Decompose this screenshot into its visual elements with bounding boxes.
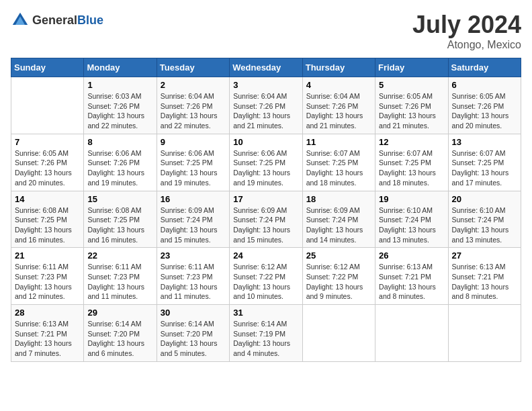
calendar-location: Atongo, Mexico [412,39,521,51]
day-number: 18 [306,194,371,204]
day-number: 20 [452,194,517,204]
day-number: 29 [87,308,152,318]
day-number: 24 [233,250,298,261]
day-info: Sunrise: 6:09 AM Sunset: 7:24 PM Dayligh… [233,205,298,245]
day-info: Sunrise: 6:03 AM Sunset: 7:26 PM Dayligh… [87,91,152,131]
calendar-cell: 10Sunrise: 6:06 AM Sunset: 7:25 PM Dayli… [230,134,302,191]
day-info: Sunrise: 6:05 AM Sunset: 7:26 PM Dayligh… [379,91,444,131]
calendar-title: July 2024 [412,11,521,39]
calendar-cell: 2Sunrise: 6:04 AM Sunset: 7:26 PM Daylig… [157,77,229,134]
calendar-cell [302,305,375,362]
calendar-cell: 21Sunrise: 6:11 AM Sunset: 7:23 PM Dayli… [11,248,84,305]
day-info: Sunrise: 6:06 AM Sunset: 7:25 PM Dayligh… [161,148,226,188]
day-number: 19 [379,194,444,204]
day-info: Sunrise: 6:08 AM Sunset: 7:25 PM Dayligh… [87,205,152,245]
day-info: Sunrise: 6:06 AM Sunset: 7:26 PM Dayligh… [87,148,152,188]
logo-wordmark: GeneralBlue [32,13,103,28]
day-number: 10 [233,137,298,147]
calendar-cell: 24Sunrise: 6:12 AM Sunset: 7:22 PM Dayli… [230,248,302,305]
day-info: Sunrise: 6:07 AM Sunset: 7:25 PM Dayligh… [452,148,517,188]
day-info: Sunrise: 6:14 AM Sunset: 7:20 PM Dayligh… [87,319,152,359]
weekday-header-monday: Monday [84,58,157,77]
day-info: Sunrise: 6:13 AM Sunset: 7:21 PM Dayligh… [15,319,80,359]
day-number: 26 [379,250,444,261]
day-info: Sunrise: 6:11 AM Sunset: 7:23 PM Dayligh… [87,262,152,302]
calendar-week-1: 1Sunrise: 6:03 AM Sunset: 7:26 PM Daylig… [11,77,521,134]
day-number: 1 [87,80,152,90]
day-info: Sunrise: 6:05 AM Sunset: 7:26 PM Dayligh… [15,148,80,188]
calendar-cell: 31Sunrise: 6:14 AM Sunset: 7:19 PM Dayli… [230,305,302,362]
calendar-week-4: 21Sunrise: 6:11 AM Sunset: 7:23 PM Dayli… [11,248,521,305]
day-number: 23 [161,250,226,261]
calendar-body: 1Sunrise: 6:03 AM Sunset: 7:26 PM Daylig… [11,77,521,362]
calendar-header: SundayMondayTuesdayWednesdayThursdayFrid… [11,58,521,77]
calendar-cell: 17Sunrise: 6:09 AM Sunset: 7:24 PM Dayli… [230,191,302,248]
weekday-header-sunday: Sunday [11,58,84,77]
day-number: 15 [87,194,152,204]
calendar-cell: 14Sunrise: 6:08 AM Sunset: 7:25 PM Dayli… [11,191,84,248]
day-number: 9 [161,137,226,147]
day-info: Sunrise: 6:09 AM Sunset: 7:24 PM Dayligh… [306,205,371,245]
day-info: Sunrise: 6:05 AM Sunset: 7:26 PM Dayligh… [452,91,517,131]
calendar-cell: 15Sunrise: 6:08 AM Sunset: 7:25 PM Dayli… [84,191,157,248]
weekday-header-wednesday: Wednesday [230,58,302,77]
calendar-cell: 18Sunrise: 6:09 AM Sunset: 7:24 PM Dayli… [302,191,375,248]
day-info: Sunrise: 6:06 AM Sunset: 7:25 PM Dayligh… [233,148,298,188]
logo-text-blue: Blue [77,13,103,27]
day-info: Sunrise: 6:07 AM Sunset: 7:25 PM Dayligh… [379,148,444,188]
title-block: July 2024 Atongo, Mexico [412,11,521,51]
day-info: Sunrise: 6:11 AM Sunset: 7:23 PM Dayligh… [161,262,226,302]
calendar-cell: 3Sunrise: 6:04 AM Sunset: 7:26 PM Daylig… [230,77,302,134]
day-info: Sunrise: 6:14 AM Sunset: 7:19 PM Dayligh… [233,319,298,359]
day-number: 12 [379,137,444,147]
logo-icon [11,11,30,30]
calendar-cell: 13Sunrise: 6:07 AM Sunset: 7:25 PM Dayli… [448,134,521,191]
day-number: 31 [233,308,298,318]
day-number: 6 [452,80,517,90]
calendar-cell: 22Sunrise: 6:11 AM Sunset: 7:23 PM Dayli… [84,248,157,305]
day-info: Sunrise: 6:08 AM Sunset: 7:25 PM Dayligh… [15,205,80,245]
day-number: 14 [15,194,80,204]
weekday-header-tuesday: Tuesday [157,58,229,77]
day-info: Sunrise: 6:14 AM Sunset: 7:20 PM Dayligh… [161,319,226,359]
day-number: 3 [233,80,298,90]
calendar-cell [375,305,448,362]
calendar-cell: 5Sunrise: 6:05 AM Sunset: 7:26 PM Daylig… [375,77,448,134]
calendar-cell: 4Sunrise: 6:04 AM Sunset: 7:26 PM Daylig… [302,77,375,134]
day-info: Sunrise: 6:10 AM Sunset: 7:24 PM Dayligh… [452,205,517,245]
day-number: 5 [379,80,444,90]
day-info: Sunrise: 6:10 AM Sunset: 7:24 PM Dayligh… [379,205,444,245]
day-info: Sunrise: 6:04 AM Sunset: 7:26 PM Dayligh… [306,91,371,131]
day-number: 30 [161,308,226,318]
day-info: Sunrise: 6:04 AM Sunset: 7:26 PM Dayligh… [161,91,226,131]
calendar-cell: 19Sunrise: 6:10 AM Sunset: 7:24 PM Dayli… [375,191,448,248]
calendar-cell [448,305,521,362]
calendar-cell: 1Sunrise: 6:03 AM Sunset: 7:26 PM Daylig… [84,77,157,134]
calendar-cell: 28Sunrise: 6:13 AM Sunset: 7:21 PM Dayli… [11,305,84,362]
calendar-cell: 29Sunrise: 6:14 AM Sunset: 7:20 PM Dayli… [84,305,157,362]
day-info: Sunrise: 6:12 AM Sunset: 7:22 PM Dayligh… [306,262,371,302]
day-number: 16 [161,194,226,204]
day-info: Sunrise: 6:13 AM Sunset: 7:21 PM Dayligh… [452,262,517,302]
logo-text-general: General [32,13,77,27]
day-number: 17 [233,194,298,204]
calendar-cell: 12Sunrise: 6:07 AM Sunset: 7:25 PM Dayli… [375,134,448,191]
day-number: 21 [15,250,80,261]
day-info: Sunrise: 6:12 AM Sunset: 7:22 PM Dayligh… [233,262,298,302]
weekday-header-saturday: Saturday [448,58,521,77]
weekday-header-thursday: Thursday [302,58,375,77]
day-info: Sunrise: 6:13 AM Sunset: 7:21 PM Dayligh… [379,262,444,302]
calendar-cell: 30Sunrise: 6:14 AM Sunset: 7:20 PM Dayli… [157,305,229,362]
calendar-cell: 11Sunrise: 6:07 AM Sunset: 7:25 PM Dayli… [302,134,375,191]
calendar-cell: 20Sunrise: 6:10 AM Sunset: 7:24 PM Dayli… [448,191,521,248]
calendar-cell: 8Sunrise: 6:06 AM Sunset: 7:26 PM Daylig… [84,134,157,191]
day-number: 8 [87,137,152,147]
calendar-cell: 9Sunrise: 6:06 AM Sunset: 7:25 PM Daylig… [157,134,229,191]
calendar-cell: 7Sunrise: 6:05 AM Sunset: 7:26 PM Daylig… [11,134,84,191]
calendar-cell: 23Sunrise: 6:11 AM Sunset: 7:23 PM Dayli… [157,248,229,305]
calendar-cell: 27Sunrise: 6:13 AM Sunset: 7:21 PM Dayli… [448,248,521,305]
calendar-week-5: 28Sunrise: 6:13 AM Sunset: 7:21 PM Dayli… [11,305,521,362]
page-header: GeneralBlue July 2024 Atongo, Mexico [11,11,521,51]
weekday-row: SundayMondayTuesdayWednesdayThursdayFrid… [11,58,521,77]
calendar-cell: 26Sunrise: 6:13 AM Sunset: 7:21 PM Dayli… [375,248,448,305]
